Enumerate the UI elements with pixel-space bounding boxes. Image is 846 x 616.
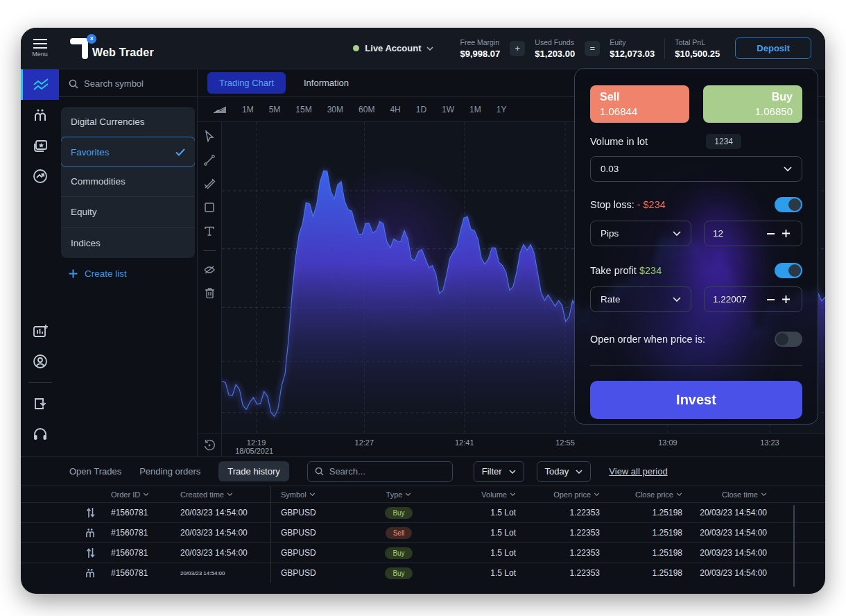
toggle-knob (776, 333, 788, 345)
minus-button[interactable] (763, 233, 778, 234)
volume-value: 0.03 (601, 164, 619, 174)
table-row[interactable]: #156078120/03/23 14:54:00GBPUSDSell1.5 L… (21, 522, 825, 542)
watchlist-group-commodities[interactable]: Commodities (61, 166, 195, 197)
watchlist-group-digital-currencies[interactable]: Digital Currencies (61, 107, 195, 137)
m-icon (85, 528, 96, 538)
text-tool-icon[interactable] (204, 225, 215, 237)
hide-drawings-icon[interactable] (203, 265, 216, 275)
filter-select[interactable]: Filter (474, 461, 524, 482)
table-row[interactable]: #156078120/03/23 14:54:00GBPUSDBuy1.5 Lo… (21, 502, 825, 522)
open-order-toggle[interactable] (775, 332, 802, 347)
plus-button[interactable] (778, 296, 793, 303)
take-profit-unit-select[interactable]: Rate (590, 286, 691, 312)
timeframe-15m[interactable]: 15M (295, 105, 311, 114)
symbol: GBPUSD (270, 563, 354, 583)
orders-search-input[interactable]: Search... (307, 461, 453, 482)
period-select[interactable]: Today (537, 461, 592, 482)
stop-loss-value[interactable]: 12 (713, 228, 763, 239)
column-header-open-price[interactable]: Open price (516, 490, 600, 499)
menu-button[interactable]: Menu (21, 39, 59, 58)
table-row[interactable]: #156078120/03/23 14:54:00GBPUSDBuy1.5 Lo… (21, 542, 825, 563)
plus-button[interactable] (778, 230, 793, 237)
logo[interactable]: 3 Web Trader (70, 38, 154, 59)
timeframe-1w[interactable]: 1W (442, 105, 454, 114)
take-profit-value[interactable]: 1.22007 (713, 294, 763, 305)
rectangle-tool-icon[interactable] (204, 202, 215, 213)
watchlist-group-favorites[interactable]: Favorites (61, 137, 195, 167)
filter-label: Filter (482, 466, 502, 477)
tab-trade-history[interactable]: Trade history (218, 461, 288, 481)
take-profit-stepper: 1.22007 (704, 286, 802, 312)
close-price: 1.25198 (653, 528, 682, 538)
time-label: 12:19 (247, 438, 266, 447)
account-status-dot (353, 45, 359, 51)
tab-information[interactable]: Information (304, 78, 349, 88)
reset-view-icon[interactable] (198, 434, 222, 456)
watchlist-group-indices[interactable]: Indices (61, 228, 195, 258)
timeframe-1y[interactable]: 1Y (497, 105, 507, 114)
chart-type-icon[interactable] (213, 105, 227, 114)
created-time: 20/03/23 14:54:00 (180, 548, 270, 558)
stop-loss-amount: - $234 (637, 199, 666, 210)
volume-select[interactable]: 0.03 (590, 156, 802, 182)
tab-pending-orders[interactable]: Pending orders (139, 466, 200, 477)
symbol-search-input[interactable]: Search symbol (59, 69, 197, 97)
sell-button[interactable]: Sell 1.06844 (590, 85, 689, 123)
timeframe-1m[interactable]: 1M (469, 105, 481, 114)
created-time: 20/03/23 14:54:00 (180, 508, 270, 517)
timeframe-60m[interactable]: 60M (359, 105, 374, 114)
tab-trading-chart[interactable]: Trading Chart (207, 72, 286, 94)
plus-operator: + (510, 41, 525, 56)
stop-loss-unit-select[interactable]: Pips (590, 221, 691, 246)
column-header-volume[interactable]: Volume (444, 490, 516, 499)
view-all-period-link[interactable]: View all period (609, 466, 667, 477)
create-list-button[interactable]: Create list (59, 258, 197, 289)
timeframe-30m[interactable]: 30M (327, 105, 343, 114)
stats-divider (664, 38, 665, 59)
table-row[interactable]: #156078120/03/23 14:54:00GBPUSDBuy1.5 Lo… (21, 563, 825, 583)
column-header-order-id[interactable]: Order ID (111, 490, 180, 499)
stop-loss-toggle[interactable] (775, 197, 802, 212)
sort-chevron-icon (761, 493, 767, 496)
timeframe-1m[interactable]: 1M (242, 105, 254, 114)
sort-chevron-icon (510, 493, 516, 496)
watchlist-groups: Digital CurrenciesFavoritesCommoditiesEq… (61, 107, 195, 258)
tools-divider (203, 250, 216, 251)
take-profit-toggle[interactable] (775, 263, 802, 278)
tab-open-trades[interactable]: Open Trades (69, 466, 121, 477)
sidebar-item-reports[interactable] (21, 316, 59, 346)
sidebar-item-logout[interactable] (21, 388, 59, 419)
watchlist-group-equity[interactable]: Equity (61, 197, 195, 228)
column-header-created-time[interactable]: Created time (180, 490, 270, 499)
orders-tabs: Open Trades Pending orders Trade history… (21, 457, 825, 486)
transfer-icon (86, 547, 95, 558)
timeframe-5m[interactable]: 5M (269, 105, 281, 114)
sort-chevron-icon (594, 493, 600, 496)
sidebar-item-trading[interactable] (21, 69, 59, 100)
type-badge: Buy (385, 507, 412, 519)
brush-tool-icon[interactable] (204, 178, 216, 189)
invest-button[interactable]: Invest (590, 381, 802, 419)
timeframe-1d[interactable]: 1D (416, 105, 426, 114)
sidebar-item-watch-cards[interactable] (21, 130, 59, 161)
sidebar-item-performance[interactable] (21, 161, 59, 191)
account-selector[interactable]: Live Account (353, 43, 433, 53)
table-scrollbar[interactable] (793, 505, 795, 587)
timeframe-4h[interactable]: 4H (390, 105, 400, 114)
sidebar-item-profile[interactable] (21, 346, 59, 377)
column-header-close-price[interactable]: Close price (600, 490, 682, 499)
trendline-tool-icon[interactable] (204, 155, 215, 166)
column-header-close-time[interactable]: Close time (682, 490, 767, 499)
delete-drawings-icon[interactable] (205, 287, 215, 298)
deposit-button[interactable]: Deposit (735, 37, 811, 59)
symbol: GBPUSD (270, 543, 354, 563)
watchlist-group-label: Commodities (71, 176, 126, 187)
buy-button[interactable]: Buy 1.06850 (703, 85, 802, 123)
cursor-tool-icon[interactable] (204, 130, 215, 142)
minus-button[interactable] (763, 299, 778, 300)
logo-seven-icon (70, 38, 88, 59)
sidebar-item-support[interactable] (21, 419, 59, 450)
column-header-type[interactable]: Type (354, 490, 444, 499)
column-header-symbol[interactable]: Symbol (270, 486, 354, 502)
sidebar-item-markets[interactable] (21, 100, 59, 130)
